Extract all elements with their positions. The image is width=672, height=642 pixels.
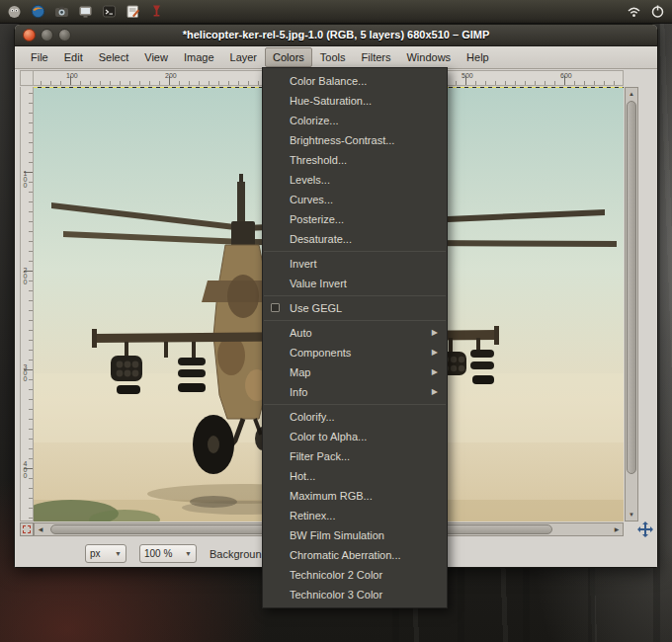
menu-item-auto[interactable]: Auto ▶ [263, 323, 447, 343]
zoom-value: 100 % [144, 548, 172, 559]
zoom-select[interactable]: 100 % ▼ [139, 544, 197, 563]
menu-item-color-balance[interactable]: Color Balance... [263, 71, 447, 91]
wine-icon[interactable] [148, 3, 165, 20]
camera-icon[interactable] [53, 3, 70, 20]
wifi-icon[interactable] [626, 3, 642, 20]
unit-select[interactable]: px ▼ [85, 544, 126, 563]
chevron-down-icon: ▼ [115, 550, 122, 557]
submenu-arrow-icon: ▶ [432, 323, 438, 343]
menu-item-hue-saturation[interactable]: Hue-Saturation... [263, 91, 447, 111]
scroll-down-arrow[interactable]: ▼ [626, 509, 637, 521]
menu-item-threshold[interactable]: Threshold... [263, 150, 447, 170]
ruler-label: 200 [165, 72, 177, 79]
menu-item-colorify[interactable]: Colorify... [263, 407, 447, 427]
scroll-right-arrow[interactable]: ▶ [611, 523, 623, 535]
status-message: Backgroun [210, 548, 262, 560]
submenu-arrow-icon: ▶ [432, 362, 438, 382]
ruler-label: 500 [462, 72, 473, 79]
titlebar[interactable]: *helicopter-ker-rel-5.jpg-1.0 (RGB, 5 la… [15, 25, 657, 46]
menu-layer[interactable]: Layer [222, 47, 266, 67]
close-button[interactable] [23, 29, 36, 41]
minimize-button[interactable] [41, 29, 53, 41]
menu-item-posterize[interactable]: Posterize... [263, 209, 447, 229]
launcher-area [6, 3, 165, 20]
menu-item-filter-pack[interactable]: Filter Pack... [263, 446, 447, 466]
window-title: *helicopter-ker-rel-5.jpg-1.0 (RGB, 5 la… [15, 25, 657, 45]
screenshot-icon[interactable] [77, 3, 94, 20]
ruler-label: 400 [22, 460, 29, 478]
checkbox-icon [271, 303, 280, 312]
ruler-corner[interactable] [20, 70, 34, 86]
menu-colors[interactable]: Colors [265, 47, 312, 67]
menu-item-info[interactable]: Info ▶ [263, 382, 447, 402]
system-tray [626, 3, 666, 20]
unit-value: px [90, 548, 101, 559]
scroll-left-arrow[interactable]: ◀ [35, 523, 46, 535]
gimp-icon[interactable] [6, 3, 23, 20]
menu-item-maximum-rgb[interactable]: Maximum RGB... [263, 486, 447, 506]
menu-filters[interactable]: Filters [354, 47, 399, 67]
menu-item-invert[interactable]: Invert [263, 254, 447, 274]
menu-item-levels[interactable]: Levels... [263, 170, 447, 190]
ruler-label: 600 [560, 72, 572, 79]
menu-item-value-invert[interactable]: Value Invert [263, 274, 447, 293]
menu-item-curves[interactable]: Curves... [263, 190, 447, 209]
menu-edit[interactable]: Edit [56, 47, 91, 67]
menubar: File Edit Select View Image Layer Colors… [15, 46, 657, 69]
menu-item-map[interactable]: Map ▶ [263, 362, 447, 382]
power-icon[interactable] [649, 3, 666, 20]
menu-separator [264, 320, 446, 321]
menu-item-color-to-alpha[interactable]: Color to Alpha... [263, 427, 447, 446]
menu-separator [264, 251, 446, 252]
submenu-arrow-icon: ▶ [432, 382, 438, 402]
menu-item-retinex[interactable]: Retinex... [263, 506, 447, 525]
menu-item-chromatic-aberration[interactable]: Chromatic Aberration... [263, 545, 447, 565]
top-panel [0, 0, 672, 24]
menu-item-technicolor-2-color[interactable]: Technicolor 2 Color [263, 565, 447, 585]
menu-separator [264, 404, 446, 405]
move-cross-icon [637, 522, 653, 537]
menu-file[interactable]: File [23, 47, 56, 67]
vertical-scrollbar[interactable]: ▲ ▼ [625, 87, 638, 522]
menu-item-colorize[interactable]: Colorize... [263, 111, 447, 130]
quickmask-toggle[interactable] [20, 522, 34, 536]
vertical-ruler[interactable]: 100 200 300 400 [20, 87, 34, 522]
submenu-arrow-icon: ▶ [432, 343, 438, 362]
vertical-scroll-thumb[interactable] [627, 101, 636, 474]
text-editor-icon[interactable] [125, 3, 141, 20]
menu-tools[interactable]: Tools [312, 47, 354, 67]
ruler-label: 200 [22, 267, 29, 284]
pan-view-button[interactable] [637, 522, 653, 537]
menu-select[interactable]: Select [91, 47, 137, 67]
menu-windows[interactable]: Windows [398, 47, 459, 67]
menu-separator [264, 295, 446, 296]
terminal-icon[interactable] [101, 3, 118, 20]
menu-item-technicolor-3-color[interactable]: Technicolor 3 Color [263, 585, 447, 604]
colors-menu: Color Balance... Hue-Saturation... Color… [262, 67, 448, 608]
ruler-label: 100 [22, 170, 29, 188]
menu-item-bw-film-simulation[interactable]: BW Film Simulation [263, 525, 447, 545]
browser-icon[interactable] [30, 3, 46, 20]
chevron-down-icon: ▼ [185, 550, 192, 557]
menu-image[interactable]: Image [176, 47, 222, 67]
menu-item-brightness-contrast[interactable]: Brightness-Contrast... [263, 130, 447, 150]
menu-item-components[interactable]: Components ▶ [263, 343, 447, 362]
ruler-label: 300 [22, 363, 29, 381]
menu-help[interactable]: Help [459, 47, 497, 67]
ruler-label: 100 [66, 72, 78, 79]
scroll-up-arrow[interactable]: ▲ [626, 88, 637, 100]
menu-item-desaturate[interactable]: Desaturate... [263, 229, 447, 249]
menu-item-hot[interactable]: Hot... [263, 466, 447, 486]
menu-view[interactable]: View [136, 47, 176, 67]
maximize-button[interactable] [58, 29, 71, 41]
menu-item-use-gegl[interactable]: Use GEGL [263, 298, 447, 318]
